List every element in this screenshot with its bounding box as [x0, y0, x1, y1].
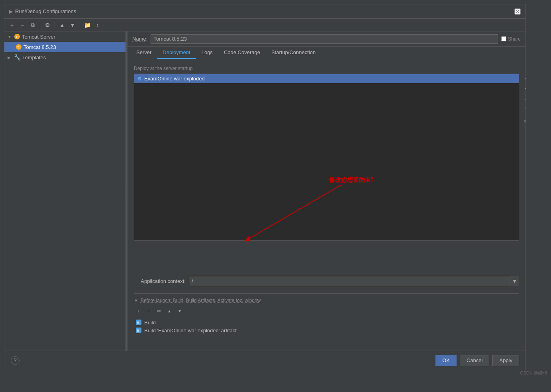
main-content: ▼ T Tomcat Server T Tomcat 8.5.23 ▶ 🔧 Te… — [4, 31, 526, 351]
bl-item-artifact[interactable]: B Build 'ExamOnline:war exploded' artifa… — [134, 326, 519, 334]
run-debug-dialog: ▶ Run/Debug Configurations ✕ + − ⧉ ⚙ ▲ ▼… — [4, 4, 526, 370]
tomcat-version-icon: T — [16, 44, 22, 50]
bl-up-button[interactable]: ▲ — [165, 306, 174, 315]
artifact-icon: B — [135, 327, 142, 333]
templates-item[interactable]: ▶ 🔧 Templates — [4, 52, 125, 62]
bl-artifact-label: Build 'ExamOnline:war exploded' artifact — [144, 328, 237, 333]
tomcat-version-label: Tomcat 8.5.23 — [24, 44, 56, 50]
name-label: Name: — [132, 36, 147, 42]
svg-text:B: B — [137, 321, 139, 325]
share-checkbox[interactable] — [501, 36, 506, 41]
tab-logs[interactable]: Logs — [196, 47, 218, 59]
before-launch-section: ▼ Before launch: Build, Build Artifacts,… — [134, 293, 519, 334]
tab-server[interactable]: Server — [131, 47, 157, 59]
tab-startup-connection-label: Startup/Connection — [271, 49, 316, 55]
tomcat-group-icon: T — [14, 33, 20, 40]
context-row: Application context: ▼ — [134, 273, 519, 289]
deploy-side-buttons: + − ▲ ▼ ✏ — [522, 74, 526, 126]
close-button[interactable]: ✕ — [514, 8, 521, 15]
build-icon: B — [135, 319, 142, 326]
name-input[interactable] — [151, 34, 498, 44]
deploy-remove-button[interactable]: − — [522, 84, 526, 93]
toolbar-separator-1 — [40, 22, 40, 28]
footer-left: ? — [11, 356, 20, 365]
annotation-arrow-svg: 修改你想要的名字 — [174, 173, 373, 261]
before-launch-header: ▼ Before launch: Build, Build Artifacts,… — [134, 298, 519, 303]
title-bar-left: ▶ Run/Debug Configurations — [9, 8, 76, 14]
deploy-item-icon: ⚙ — [137, 76, 142, 82]
share-label: Share — [508, 36, 521, 42]
bl-build-label: Build — [144, 320, 156, 326]
tab-server-label: Server — [136, 49, 151, 55]
deploy-item-label: ExamOnline:war exploded — [144, 76, 205, 82]
deploy-down-button[interactable]: ▼ — [522, 103, 526, 113]
bl-down-button[interactable]: ▼ — [175, 306, 184, 315]
before-launch-title: Before launch: Build, Build Artifacts, A… — [141, 298, 261, 303]
apply-button[interactable]: Apply — [492, 355, 519, 366]
tomcat-server-group[interactable]: ▼ T Tomcat Server — [4, 31, 125, 42]
deploy-up-button[interactable]: ▲ — [522, 94, 526, 103]
name-row: Name: Share — [127, 31, 526, 47]
ok-button[interactable]: OK — [435, 355, 457, 366]
dialog-footer: ? OK Cancel Apply — [4, 351, 526, 370]
context-input[interactable] — [189, 276, 519, 286]
deploy-section-label: Deploy at the server startup — [134, 66, 519, 71]
svg-text:T: T — [17, 45, 20, 49]
folder-button[interactable]: 📁 — [83, 21, 92, 29]
app-icon: ▶ — [9, 9, 13, 14]
collapse-arrow-icon: ▼ — [8, 35, 12, 39]
dialog-title: Run/Debug Configurations — [15, 8, 76, 14]
svg-text:修改你想要的名字: 修改你想要的名字 — [329, 176, 373, 183]
right-panel: Name: Share Server Deployment Logs — [127, 31, 526, 351]
title-bar: ▶ Run/Debug Configurations ✕ — [4, 4, 526, 19]
watermark: CSDN @绕和 — [520, 370, 547, 376]
left-panel: ▼ T Tomcat Server T Tomcat 8.5.23 ▶ 🔧 Te… — [4, 31, 126, 351]
context-label: Application context: — [134, 278, 186, 284]
move-up-button[interactable]: ▲ — [58, 21, 67, 29]
tab-startup-connection[interactable]: Startup/Connection — [266, 47, 321, 59]
context-input-wrap: ▼ — [189, 276, 519, 286]
tab-deployment[interactable]: Deployment — [157, 47, 196, 59]
dialog-toolbar: + − ⧉ ⚙ ▲ ▼ 📁 ↕ — [4, 19, 526, 31]
remove-configuration-button[interactable]: − — [18, 21, 27, 29]
bl-edit-button[interactable]: ✏ — [155, 306, 163, 315]
tab-code-coverage-label: Code Coverage — [224, 49, 260, 55]
bl-add-button[interactable]: + — [134, 306, 143, 315]
templates-label: Templates — [22, 55, 46, 60]
before-launch-arrow-icon: ▼ — [134, 298, 138, 303]
toolbar-separator-2 — [55, 22, 55, 28]
sort-button[interactable]: ↕ — [93, 21, 102, 29]
tab-content-deployment: Deploy at the server startup ⚙ ExamOnlin… — [127, 59, 526, 351]
toolbar-separator-3 — [80, 22, 80, 28]
deploy-add-button[interactable]: + — [522, 74, 526, 83]
tab-code-coverage[interactable]: Code Coverage — [218, 47, 266, 59]
tabs-bar: Server Deployment Logs Code Coverage Sta… — [127, 47, 526, 59]
tab-logs-label: Logs — [202, 49, 213, 55]
wrench-icon: 🔧 — [14, 54, 21, 60]
context-dropdown-button[interactable]: ▼ — [510, 276, 519, 286]
share-area: Share — [501, 36, 521, 42]
help-button[interactable]: ? — [11, 356, 20, 365]
annotation-area: 修改你想要的名字 — [134, 245, 519, 269]
templates-arrow-icon: ▶ — [8, 55, 12, 60]
move-down-button[interactable]: ▼ — [68, 21, 77, 29]
tomcat-version-item[interactable]: T Tomcat 8.5.23 — [4, 42, 125, 52]
svg-text:T: T — [16, 35, 18, 39]
copy-configuration-button[interactable]: ⧉ — [28, 21, 37, 29]
tab-deployment-label: Deployment — [163, 49, 190, 55]
before-launch-toolbar: + − ✏ ▲ ▼ — [134, 306, 519, 315]
svg-line-4 — [245, 185, 341, 241]
bl-item-build[interactable]: B Build — [134, 318, 519, 326]
deploy-item[interactable]: ⚙ ExamOnline:war exploded — [134, 74, 519, 83]
settings-button[interactable]: ⚙ — [43, 21, 52, 29]
bl-remove-button[interactable]: − — [144, 306, 153, 315]
deploy-edit-button[interactable]: ✏ — [522, 117, 526, 126]
add-configuration-button[interactable]: + — [8, 21, 16, 29]
svg-text:B: B — [137, 329, 139, 333]
tomcat-server-label: Tomcat Server — [22, 34, 55, 40]
cancel-button[interactable]: Cancel — [460, 355, 489, 366]
footer-right: OK Cancel Apply — [435, 355, 519, 366]
